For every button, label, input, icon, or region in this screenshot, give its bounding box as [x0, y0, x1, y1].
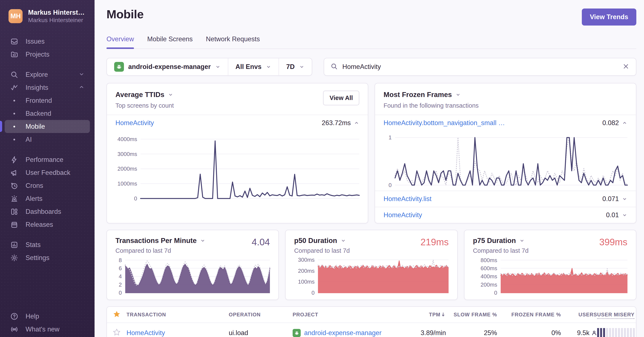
- view-all-button[interactable]: View All: [323, 91, 359, 105]
- clock-icon: [10, 182, 18, 190]
- siren-icon: [10, 195, 18, 203]
- sidebar-item-label: Frontend: [26, 97, 52, 104]
- expand-chevron-icon[interactable]: [622, 196, 628, 202]
- sidebar-item-label: Crons: [26, 182, 43, 190]
- sidebar-item-label: Performance: [26, 156, 63, 164]
- transaction-link[interactable]: HomeActivity: [116, 119, 154, 127]
- ttid-chart: 4000ms3000ms2000ms1000ms0: [107, 131, 368, 201]
- chevron-down-icon: [266, 64, 271, 69]
- star-toggle-icon[interactable]: [113, 328, 126, 337]
- sidebar-item-issues[interactable]: Issues: [5, 35, 90, 48]
- environment-selector[interactable]: All Envs: [228, 58, 278, 75]
- date-range-value: 7D: [286, 63, 295, 71]
- sidebar-item-label: Alerts: [26, 195, 42, 203]
- sidebar-item-alerts[interactable]: Alerts: [5, 192, 90, 205]
- android-platform-icon: [114, 62, 124, 72]
- transaction-link[interactable]: HomeActivity.list: [384, 195, 432, 203]
- collapse-chevron-icon[interactable]: [354, 120, 359, 126]
- sidebar-item-mobile[interactable]: Mobile: [5, 120, 90, 133]
- average-ttids-card: Average TTIDs Top screens by count View …: [106, 83, 368, 223]
- sidebar-item-performance[interactable]: Performance: [5, 153, 90, 166]
- archive-box-icon: [10, 221, 18, 229]
- column-header-frozen-frame[interactable]: FROZEN FRAME %: [511, 312, 561, 318]
- sidebar-item-whats-new[interactable]: What's new: [5, 323, 90, 336]
- tab-bar: Overview Mobile Screens Network Requests: [106, 35, 636, 49]
- transaction-link[interactable]: HomeActivity: [384, 211, 422, 219]
- sidebar-item-backend[interactable]: Backend: [5, 107, 90, 120]
- help-icon: [10, 312, 18, 321]
- sidebar-item-label: Releases: [26, 221, 53, 229]
- view-trends-button[interactable]: View Trends: [582, 8, 636, 25]
- chevron-down-icon[interactable]: [519, 238, 525, 243]
- frozen-row: HomeActivity.list 0.071: [375, 191, 636, 207]
- date-range-selector[interactable]: 7D: [278, 58, 312, 75]
- user-menu[interactable]: MH Markus Hinterst… Markus Hintersteiner: [0, 0, 94, 24]
- chevron-down-icon: [215, 64, 221, 69]
- project-selector[interactable]: android-expense-manager: [107, 58, 228, 75]
- operation-cell: ui.load: [229, 329, 292, 337]
- frozen-row-expanded: HomeActivity.bottom_navigation_small … 0…: [375, 115, 636, 131]
- sidebar-item-projects[interactable]: Projects: [5, 48, 90, 61]
- clear-search-icon[interactable]: [622, 63, 630, 71]
- transaction-link[interactable]: HomeActivity: [126, 329, 229, 337]
- ttid-value: 263.72ms: [322, 119, 351, 127]
- tab-overview[interactable]: Overview: [106, 35, 134, 48]
- tpm-chart: 86420: [116, 257, 270, 293]
- sidebar: MH Markus Hinterst… Markus Hintersteiner…: [0, 0, 94, 337]
- sidebar-item-label: Dashboards: [26, 208, 61, 216]
- chevron-down-icon[interactable]: [168, 92, 173, 97]
- sidebar-item-stats[interactable]: Stats: [5, 238, 90, 251]
- frozen-value: 0.071: [602, 195, 619, 203]
- star-filter-icon[interactable]: [113, 310, 126, 319]
- avatar: MH: [8, 9, 22, 23]
- collapse-chevron-icon[interactable]: [622, 120, 628, 126]
- frozen-value: 0.01: [606, 211, 619, 219]
- column-header-project[interactable]: PROJECT: [292, 312, 408, 318]
- tpm-card: Transactions Per Minute Compared to last…: [106, 230, 279, 300]
- chevron-down-icon[interactable]: [200, 238, 206, 243]
- frozen-value: 0.082: [602, 119, 619, 127]
- sidebar-item-dashboards[interactable]: Dashboards: [5, 205, 90, 218]
- sidebar-item-settings[interactable]: Settings: [5, 251, 90, 264]
- sidebar-item-explore[interactable]: Explore: [5, 68, 90, 81]
- chevron-up-icon: [79, 84, 84, 91]
- sidebar-item-frontend[interactable]: Frontend: [5, 94, 90, 107]
- column-header-users[interactable]: USERS: [578, 312, 597, 318]
- projects-icon: [10, 50, 18, 58]
- bullet-icon: [10, 110, 18, 118]
- column-header-tpm[interactable]: TPM: [429, 312, 446, 318]
- sidebar-item-ai[interactable]: AI: [5, 133, 90, 146]
- tpm-value: 4.04: [252, 237, 270, 248]
- sidebar-item-label: Projects: [26, 51, 50, 58]
- search-bar: [324, 58, 636, 76]
- column-header-operation[interactable]: OPERATION: [229, 312, 292, 318]
- chevron-down-icon[interactable]: [455, 92, 461, 97]
- card-title: Average TTIDs: [116, 91, 164, 99]
- sidebar-item-crons[interactable]: Crons: [5, 179, 90, 192]
- user-icon: [591, 330, 597, 336]
- card-subtitle: Compared to last 7d: [116, 247, 206, 254]
- search-input[interactable]: [342, 63, 618, 71]
- column-header-transaction[interactable]: TRANSACTION: [126, 312, 229, 318]
- expand-chevron-icon[interactable]: [622, 212, 628, 218]
- bullet-icon: [10, 97, 18, 105]
- sidebar-item-insights[interactable]: Insights: [5, 81, 90, 94]
- p50-chart: 300ms200ms100ms0: [294, 257, 448, 293]
- sidebar-item-help[interactable]: Help: [5, 310, 90, 323]
- tab-network-requests[interactable]: Network Requests: [206, 35, 260, 48]
- tab-mobile-screens[interactable]: Mobile Screens: [147, 35, 193, 48]
- page-filter-bar: android-expense-manager All Envs 7D: [106, 58, 312, 76]
- column-header-slow-frame[interactable]: SLOW FRAME %: [454, 312, 497, 318]
- sidebar-footer: Help What's new: [0, 310, 94, 337]
- project-link[interactable]: android-expense-manager: [304, 329, 382, 337]
- p75-chart: 800ms600ms400ms200ms0: [473, 257, 628, 293]
- transaction-link[interactable]: HomeActivity.bottom_navigation_small …: [384, 119, 505, 127]
- search-icon: [10, 71, 18, 79]
- user-org: Markus Hintersteiner: [28, 16, 84, 24]
- sidebar-item-label: Mobile: [26, 123, 45, 130]
- sidebar-item-label: Explore: [26, 71, 48, 78]
- chevron-down-icon[interactable]: [340, 238, 346, 243]
- column-header-user-misery[interactable]: USER MISERY: [597, 312, 634, 318]
- sidebar-item-user-feedback[interactable]: User Feedback: [5, 166, 90, 179]
- sidebar-item-releases[interactable]: Releases: [5, 218, 90, 231]
